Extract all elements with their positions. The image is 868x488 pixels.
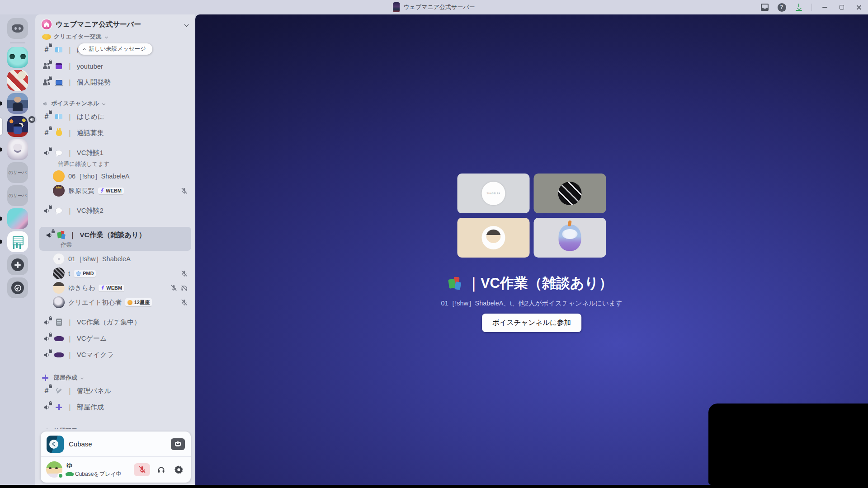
books-emoji <box>57 231 66 239</box>
voice-member[interactable]: t PMD <box>39 266 191 281</box>
inbox-icon[interactable] <box>758 1 771 13</box>
smiley-emoji <box>42 34 51 40</box>
voice-channel-vc-zatsudan-2[interactable]: ｜ VC雑談2 <box>39 202 191 219</box>
category-voice-channels[interactable]: ボイスチャンネル <box>39 98 191 108</box>
category-creator-exchange[interactable]: クリエイター交流 <box>39 34 191 42</box>
participant-tile-yukirawa[interactable] <box>458 218 530 258</box>
mic-muted-icon <box>181 299 188 306</box>
voice-channel-vc-zatsudan-1[interactable]: ｜ VC雑談1 <box>39 145 191 161</box>
avatar <box>53 296 65 308</box>
server-header[interactable]: ウェブマニア公式サーバー <box>35 14 195 34</box>
participant-tile-t[interactable] <box>534 174 606 213</box>
voice-member[interactable]: 01［!shw］ShabeleA <box>39 252 191 266</box>
plus-icon <box>14 262 21 268</box>
window-title: ウェブマニア公式サーバー <box>403 3 475 11</box>
category-heya-sakusei[interactable]: 部屋作成 <box>39 372 191 383</box>
avatar <box>53 185 65 197</box>
voice-member[interactable]: 豚原長賢 WEBM <box>39 183 191 198</box>
gem-icon <box>76 271 81 276</box>
participant-tile-creator[interactable] <box>534 218 606 258</box>
server-rail: のサーバ のサーバ <box>0 14 35 485</box>
server-icon-webmania-active[interactable] <box>0 116 35 137</box>
settings-gear-button[interactable] <box>172 463 185 476</box>
server-icon-text-2[interactable]: のサーバ <box>0 185 35 206</box>
minimize-button[interactable] <box>818 1 831 13</box>
hand-emoji <box>54 129 63 137</box>
member-name: t <box>68 270 70 277</box>
server-icon-teal-face[interactable] <box>0 47 35 68</box>
channel-hajimeni-2[interactable]: # ｜ はじめに <box>39 108 191 125</box>
server-icon-white-hair[interactable] <box>0 139 35 160</box>
mic-muted-button[interactable] <box>134 463 150 476</box>
voice-channel-heya-sakusei[interactable]: ｜ 部屋作成 <box>39 399 191 415</box>
hash-lock-icon: # <box>42 113 51 121</box>
activity-row: Cubase <box>41 432 191 457</box>
books-emoji <box>448 277 462 290</box>
hash-lock-icon: # <box>42 129 51 137</box>
channel-tsuwa-boshu[interactable]: # ｜ 通話募集 <box>39 125 191 141</box>
unread-indicator <box>0 102 2 106</box>
deafened-icon <box>181 285 188 291</box>
help-icon[interactable]: ? <box>775 1 788 13</box>
rail-home[interactable] <box>0 18 35 39</box>
close-button[interactable] <box>853 1 865 13</box>
voice-channel-vc-sagyou-gachi[interactable]: ｜ VC作業（ガチ集中） <box>39 314 191 330</box>
join-voice-channel-button[interactable]: ボイスチャンネルに参加 <box>482 314 581 332</box>
maximize-button[interactable] <box>835 1 848 13</box>
update-download-icon[interactable] <box>793 1 805 13</box>
channel-kanri-panel[interactable]: # ｜ 管理パネル <box>39 383 191 399</box>
member-name: 01［!shw］ShabeleA <box>68 255 131 263</box>
channel-kojin-kaihatsu[interactable]: ｜ 個人開発勢 <box>39 74 191 90</box>
member-name: 豚原長賢 <box>68 187 94 195</box>
unread-indicator <box>0 148 2 152</box>
server-icon-miku[interactable] <box>0 208 35 229</box>
forum-icon <box>42 62 51 70</box>
titlebar-separator <box>811 4 812 11</box>
headphones-button[interactable] <box>154 463 168 476</box>
screen-share-button[interactable] <box>171 438 185 450</box>
voice-channel-participants-summary: 01［!shw］ShabeleA、t、他2人がボイスチャンネルにいます <box>441 299 623 308</box>
plus-emoji <box>54 403 63 411</box>
voice-member[interactable]: 06［!sho］ShabeleA <box>39 169 191 183</box>
channel-youtuber[interactable]: ｜ youtuber <box>39 58 191 74</box>
category-houchi-beya[interactable]: 放置部屋 <box>39 425 191 429</box>
voice-channel-vc-minecraft[interactable]: ｜ VCマイクラ <box>39 347 191 363</box>
participant-avatar <box>558 182 582 205</box>
avatar <box>53 170 65 182</box>
server-icon-red-art[interactable] <box>0 70 35 91</box>
unread-indicator <box>0 240 2 244</box>
add-server-button[interactable] <box>0 254 35 275</box>
participant-avatar <box>482 226 505 249</box>
laptop-emoji <box>54 78 63 86</box>
user-panel-card: Cubase ゆ Cubaseをプレイ中 <box>41 432 191 483</box>
server-icon-easel[interactable] <box>0 231 35 252</box>
voice-channel-vc-game[interactable]: ｜ VCゲーム <box>39 330 191 347</box>
pmd-badge: PMD <box>74 270 96 277</box>
avatar <box>53 282 65 294</box>
bolt-icon <box>100 188 104 193</box>
gamepad-emoji <box>54 351 63 359</box>
picture-in-picture-overlay[interactable] <box>708 404 868 485</box>
voice-member[interactable]: クリエイト初心者 12星座 <box>39 295 191 310</box>
member-name: クリエイト初心者 <box>68 298 122 307</box>
user-avatar[interactable] <box>46 461 62 478</box>
voice-channel-main: SHABELEA ｜VC作業（雑談あり） 01［!shw］ShabeleA、t、… <box>195 14 868 485</box>
discover-button[interactable] <box>0 277 35 298</box>
new-unread-messages-pill[interactable]: 新しい未読メッセージ <box>78 43 152 55</box>
cubase-logo-icon <box>47 436 64 453</box>
server-icon-text-1[interactable]: のサーバ <box>0 162 35 183</box>
gamepad-icon <box>66 472 73 476</box>
easel-icon <box>12 235 24 248</box>
zodiac-badge: 12星座 <box>125 298 152 306</box>
user-activity-status: Cubaseをプレイ中 <box>66 470 122 478</box>
voice-speaker-lock-icon <box>42 335 51 342</box>
participant-tile-shabelea[interactable]: SHABELEA <box>458 174 530 213</box>
voice-channel-vc-sagyou-selected[interactable]: ｜ VC作業（雑談あり） 作業 <box>39 227 191 251</box>
server-icon-suit[interactable] <box>0 93 35 114</box>
voice-member[interactable]: ゆきらわ WEBM <box>39 281 191 295</box>
zodiac-icon <box>127 300 132 305</box>
rail-divider <box>10 42 25 43</box>
clapper-emoji <box>54 62 63 70</box>
gamepad-emoji <box>54 334 63 343</box>
webm-badge: WEBM <box>98 188 124 194</box>
